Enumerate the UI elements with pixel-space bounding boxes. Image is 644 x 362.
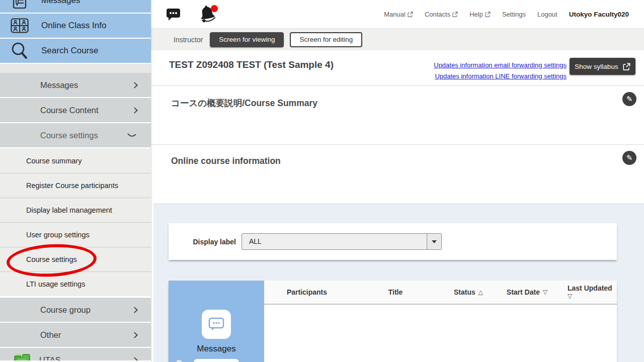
sidebar-item-display-label-management[interactable]: Display label management bbox=[0, 198, 151, 222]
sidebar-section-label: Course group bbox=[40, 305, 91, 315]
col-title: Title bbox=[350, 281, 441, 304]
sidebar-section-label: Course Content bbox=[40, 106, 99, 115]
messages-card-label: Messages bbox=[169, 344, 264, 354]
tab-screen-for-editing[interactable]: Screen for editing bbox=[290, 32, 362, 47]
peek-button bbox=[194, 359, 239, 362]
line-forwarding-link[interactable]: Updates information LINE forwarding sett… bbox=[434, 71, 567, 82]
notification-dot bbox=[211, 5, 218, 12]
top-nav: Manual Contacts Help Settings Logout U bbox=[384, 0, 629, 29]
note-pen-icon bbox=[11, 0, 29, 9]
help-link-label: Help bbox=[469, 11, 483, 18]
notifications-bell-icon[interactable] bbox=[197, 2, 219, 27]
chevron-right-icon bbox=[132, 305, 137, 314]
sidebar-item-course-summary[interactable]: Course summary bbox=[0, 148, 151, 173]
sidebar-section-course-group[interactable]: Course group bbox=[0, 298, 151, 322]
chevron-right-icon bbox=[132, 355, 137, 360]
col-status-sortable[interactable]: Status △ bbox=[441, 281, 496, 304]
top-bar: Manual Contacts Help Settings Logout U bbox=[151, 0, 644, 29]
sidebar-item-lti-usage-settings[interactable]: LTI usage settings bbox=[0, 272, 151, 296]
contacts-link-label: Contacts bbox=[425, 11, 450, 18]
sidebar-section-other[interactable]: Other bbox=[0, 323, 151, 347]
col-status-label: Status bbox=[454, 288, 475, 296]
online-course-info-heading: Online course information bbox=[171, 156, 281, 166]
utas-logo-icon bbox=[13, 353, 31, 360]
settings-link-label: Settings bbox=[502, 11, 526, 18]
role-label: Instructor bbox=[174, 36, 203, 44]
messages-category-card[interactable]: Messages bbox=[169, 281, 264, 362]
col-start-date-label: Start Date bbox=[507, 288, 540, 296]
help-link[interactable]: Help bbox=[469, 11, 491, 18]
manual-link[interactable]: Manual bbox=[384, 11, 413, 18]
table-body-empty bbox=[264, 305, 617, 362]
sidebar-item-user-group-settings[interactable]: User group settings bbox=[0, 222, 151, 247]
table-header-row: Participants Title Status △ Start Date ▽… bbox=[264, 281, 617, 305]
sidebar-section-label: UTAS bbox=[39, 355, 61, 361]
course-title: TEST Z092408 TEST (Test Sample 4) bbox=[169, 59, 334, 70]
sidebar-section-utas[interactable]: UTAS bbox=[0, 348, 151, 360]
col-participants: Participants bbox=[264, 281, 350, 304]
manual-link-label: Manual bbox=[384, 11, 406, 18]
logout-link-label: Logout bbox=[537, 11, 557, 18]
online-course-info-section: Online course information ✎ bbox=[151, 144, 644, 204]
main-area: Manual Contacts Help Settings Logout U bbox=[151, 0, 644, 362]
search-icon bbox=[11, 42, 29, 60]
sidebar-section-course-content[interactable]: Course Content bbox=[0, 98, 151, 122]
col-start-date-sortable[interactable]: Start Date ▽ bbox=[496, 281, 558, 304]
col-last-updated-sortable[interactable]: Last Updated ▽ bbox=[558, 281, 617, 304]
logout-link[interactable]: Logout bbox=[537, 11, 557, 18]
sidebar-item-online-class-info[interactable]: Online Class Info bbox=[0, 14, 151, 38]
settings-link[interactable]: Settings bbox=[502, 11, 526, 18]
course-summary-heading: コースの概要説明/Course Summary bbox=[171, 97, 317, 109]
contacts-link[interactable]: Contacts bbox=[425, 11, 458, 18]
col-last-updated-label: Last Updated bbox=[568, 284, 612, 292]
sidebar-item-label: Online Class Info bbox=[41, 21, 106, 31]
dropdown-arrow-icon bbox=[432, 240, 437, 243]
display-label-label: Display label bbox=[169, 238, 236, 246]
forwarding-links: Updates information email forwarding set… bbox=[434, 60, 567, 82]
course-header: TEST Z092408 TEST (Test Sample 4) Update… bbox=[151, 50, 644, 85]
external-link-icon bbox=[452, 12, 458, 17]
messages-list-panel: Messages Participants Title Status △ Sta… bbox=[169, 281, 617, 362]
edit-course-summary-button[interactable]: ✎ bbox=[622, 92, 636, 106]
show-syllabus-button[interactable]: Show syllabus bbox=[570, 58, 635, 75]
sidebar-section-messages[interactable]: Messages bbox=[0, 73, 151, 97]
class-grid-icon bbox=[11, 18, 29, 33]
content-gray-area: Display label ALL bbox=[153, 204, 644, 362]
display-label-filter-panel: Display label ALL bbox=[169, 223, 617, 260]
course-settings-submenu: Course summary Register Course participa… bbox=[0, 148, 151, 296]
display-label-select[interactable]: ALL bbox=[242, 233, 442, 250]
sort-asc-icon[interactable]: △ bbox=[478, 289, 483, 296]
external-link-icon bbox=[485, 12, 491, 17]
pencil-icon: ✎ bbox=[626, 153, 633, 162]
sidebar-item-search-course[interactable]: Search Course bbox=[0, 39, 151, 63]
sort-desc-icon[interactable]: ▽ bbox=[568, 292, 572, 300]
peek-circle bbox=[176, 360, 183, 362]
sidebar-item-register-course-participants[interactable]: Register Course participants bbox=[0, 173, 151, 198]
messages-bubble-icon[interactable] bbox=[166, 7, 181, 23]
sidebar-section-label: Other bbox=[40, 330, 61, 340]
chevron-down-icon bbox=[127, 131, 137, 140]
chevron-right-icon bbox=[132, 330, 137, 339]
course-summary-section: コースの概要説明/Course Summary ✎ bbox=[151, 85, 644, 144]
select-dropdown-button[interactable] bbox=[427, 234, 441, 249]
sidebar-item-course-settings[interactable]: Course settings bbox=[0, 247, 151, 272]
sidebar-item-label: Messages bbox=[41, 0, 80, 6]
pencil-icon: ✎ bbox=[626, 95, 633, 103]
sidebar-item-label: Search Course bbox=[41, 46, 98, 56]
show-syllabus-label: Show syllabus bbox=[575, 63, 618, 70]
sort-desc-icon[interactable]: ▽ bbox=[543, 289, 547, 296]
username: Utokyo Faculty020 bbox=[569, 11, 629, 18]
email-forwarding-link[interactable]: Updates information email forwarding set… bbox=[434, 60, 567, 71]
messages-tile bbox=[202, 310, 231, 339]
sidebar: Messages Online Class Info bbox=[0, 0, 151, 362]
edit-online-course-info-button[interactable]: ✎ bbox=[622, 151, 636, 165]
sidebar-item-messages-top[interactable]: Messages bbox=[0, 0, 151, 13]
chevron-right-icon bbox=[132, 80, 137, 89]
chat-bubble-icon bbox=[207, 316, 225, 332]
sidebar-section-label: Messages bbox=[40, 80, 78, 90]
sidebar-section-course-settings[interactable]: Course settings bbox=[0, 123, 151, 147]
external-link-icon bbox=[408, 12, 413, 17]
external-link-icon bbox=[623, 63, 630, 70]
tab-screen-for-viewing[interactable]: Screen for viewing bbox=[210, 32, 284, 47]
view-tabstrip: Instructor Screen for viewing Screen for… bbox=[151, 29, 644, 50]
